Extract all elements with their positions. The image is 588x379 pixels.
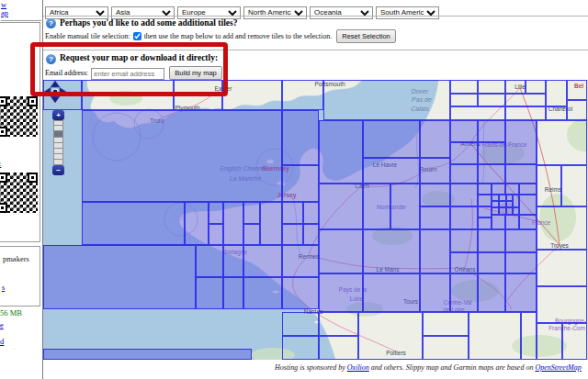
map-tile[interactable]: [537, 286, 587, 323]
map-tile[interactable]: [420, 184, 450, 206]
map-tile[interactable]: [282, 245, 319, 277]
map-tile[interactable]: [450, 164, 478, 184]
build-map-button[interactable]: Build my map: [169, 66, 221, 80]
map-tile[interactable]: [82, 80, 174, 110]
map-tile[interactable]: [537, 250, 587, 286]
map-tile[interactable]: [420, 158, 450, 184]
map-tile[interactable]: [450, 120, 478, 142]
map-tile[interactable]: [537, 165, 561, 206]
map-tile[interactable]: [478, 164, 505, 184]
map-tile[interactable]: [505, 106, 546, 120]
sidebar-bottom-link-2[interactable]: d: [0, 338, 4, 346]
zoom-in-button[interactable]: +: [52, 110, 64, 120]
map-tile[interactable]: [82, 110, 282, 202]
map-tile[interactable]: [223, 245, 243, 277]
map-tile[interactable]: [506, 207, 513, 215]
map-tile[interactable]: [223, 202, 243, 245]
map-tile[interactable]: [282, 202, 303, 224]
map-tile[interactable]: [567, 100, 587, 120]
map-tile[interactable]: [282, 277, 319, 309]
map-tile[interactable]: [319, 184, 363, 229]
map-tile[interactable]: [243, 224, 260, 245]
region-select-asia[interactable]: Asia: [111, 6, 175, 19]
map-tile[interactable]: [450, 252, 478, 273]
map-tile[interactable]: [492, 195, 499, 201]
map-tile[interactable]: [282, 224, 303, 245]
map-tile[interactable]: [363, 158, 420, 184]
map-tile[interactable]: [260, 202, 282, 245]
map-tile[interactable]: [319, 120, 363, 184]
sidebar-mini-link[interactable]: E: [0, 161, 1, 169]
map-tile[interactable]: [478, 252, 505, 273]
map-tile[interactable]: [478, 273, 505, 312]
email-input[interactable]: [91, 68, 164, 80]
map-tile[interactable]: [505, 94, 546, 106]
map-tile[interactable]: [282, 312, 319, 336]
map-tile[interactable]: [526, 80, 546, 94]
map-tile[interactable]: [243, 277, 282, 309]
map-tile[interactable]: [390, 184, 420, 229]
map-tile[interactable]: [519, 184, 537, 195]
makers-link[interactable]: s: [2, 284, 5, 292]
map-tile[interactable]: [537, 323, 562, 360]
map-tile[interactable]: [450, 184, 478, 206]
map-tile[interactable]: [319, 229, 363, 273]
map-tile[interactable]: [478, 206, 492, 217]
map-tile[interactable]: [505, 252, 537, 273]
map-tile[interactable]: [363, 273, 420, 312]
map-tile[interactable]: [499, 201, 506, 207]
map-tile[interactable]: [478, 120, 505, 142]
map-tile[interactable]: [423, 312, 469, 336]
map-tile[interactable]: [478, 195, 492, 206]
map-tile[interactable]: [323, 80, 450, 120]
map-tile[interactable]: [478, 184, 492, 195]
map-tile[interactable]: [319, 336, 358, 360]
map-tile[interactable]: [319, 273, 363, 312]
map-tile[interactable]: [282, 110, 319, 165]
map-tile[interactable]: [505, 164, 537, 184]
help-icon[interactable]: ?: [46, 18, 56, 28]
map-tile[interactable]: [505, 273, 537, 312]
map-tile[interactable]: [450, 94, 478, 106]
reset-selection-button[interactable]: Reset Selection: [336, 29, 396, 43]
map-tile[interactable]: [185, 202, 209, 245]
map-tile[interactable]: [450, 142, 478, 164]
map-tile[interactable]: [505, 80, 526, 94]
oxilion-link[interactable]: Oxilion: [347, 363, 369, 372]
map-tile[interactable]: [492, 201, 499, 207]
region-select-oceania[interactable]: Oceania: [310, 6, 373, 19]
zoom-slider-handle[interactable]: [53, 131, 63, 138]
map-tile[interactable]: [363, 120, 420, 158]
map-tile[interactable]: [303, 224, 319, 245]
map-tile[interactable]: [358, 312, 423, 360]
help-icon[interactable]: ?: [46, 54, 56, 64]
map-tile[interactable]: [506, 201, 513, 207]
map-tile[interactable]: [537, 206, 587, 250]
map-tile[interactable]: [505, 229, 537, 252]
zoom-out-button[interactable]: −: [52, 165, 64, 175]
map-tile[interactable]: [282, 165, 319, 202]
map-tile[interactable]: [546, 80, 567, 106]
map-tile[interactable]: [505, 120, 537, 164]
map-tile[interactable]: [506, 195, 513, 201]
map-tile[interactable]: [478, 217, 492, 229]
map-tile[interactable]: [174, 80, 222, 110]
map-tile[interactable]: [43, 349, 252, 360]
map-tile[interactable]: [505, 215, 519, 229]
map-tile[interactable]: [450, 273, 478, 312]
map-tile[interactable]: [303, 202, 319, 224]
slippy-map[interactable]: English ChannelLa MancheDoverPas deCalai…: [43, 80, 588, 360]
map-tile[interactable]: [513, 195, 519, 207]
map-tile[interactable]: [505, 184, 519, 195]
map-tile[interactable]: [209, 224, 223, 245]
map-tile[interactable]: [519, 215, 537, 229]
map-tile[interactable]: [521, 312, 537, 360]
map-tile[interactable]: [450, 206, 478, 229]
map-tile[interactable]: [562, 323, 587, 360]
map-tile[interactable]: [82, 202, 185, 245]
map-tile[interactable]: [450, 80, 478, 94]
map-tile[interactable]: [363, 184, 390, 229]
map-tile[interactable]: [492, 215, 505, 229]
enable-manual-checkbox[interactable]: [133, 32, 141, 40]
region-select-north-america[interactable]: North America: [243, 6, 307, 19]
